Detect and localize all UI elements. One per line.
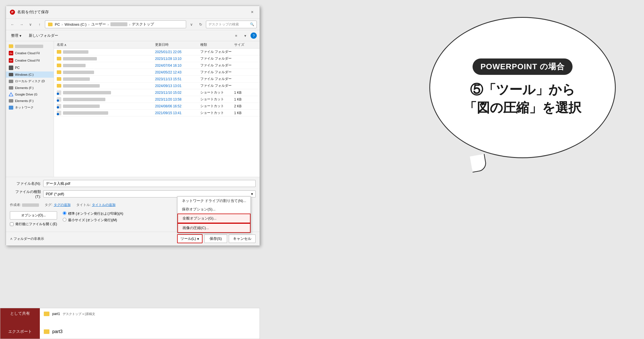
options-button[interactable]: オプション(O)... [10,211,57,220]
file-name-cell [57,50,155,54]
path-pc: PC [55,22,60,27]
post-open-label: 発行後にファイルを開く(E) [15,222,57,227]
file-date: 2023/11/10 15:02 [155,91,200,95]
col-size[interactable]: サイズ [234,42,257,47]
address-bar: ← → ∨ ↑ PC › Windows (C:) › ユーザー › › デスク… [6,19,260,30]
sidebar-item-gdrive[interactable]: Google Drive (G [6,91,54,98]
sidebar-network-label: ネットワーク [15,105,34,110]
tag-add-link[interactable]: タグの追加 [54,203,71,207]
table-row[interactable]: 2024/08/06 16:52 ショートカット 2 KB [54,103,260,110]
filename-row: ファイル名(N): [10,180,256,187]
table-row[interactable]: 2025/01/21 22:05 ファイル フォルダー [54,49,260,55]
dropdown-item-compress-images[interactable]: 画像の圧縮(C)... [177,223,251,233]
view-toggle-button[interactable]: ≡ [232,32,240,39]
sidebar-item-elements-f1[interactable]: Elements (F:) [6,85,54,91]
address-path[interactable]: PC › Windows (C:) › ユーザー › › デスクトップ [45,20,186,28]
filetype-dropdown-icon: ▾ [251,192,253,196]
sort-icon: ∧ [64,43,67,47]
dropdown-item-save-options[interactable]: 保存オプション(S)... [177,205,251,214]
dropdown-item-network-drive[interactable]: ネットワーク ドライブの割り当て(N)... [177,197,251,205]
path-folder: デスクトップ [132,22,154,27]
cc-icon-2: Cc [9,58,13,63]
partial-part1-row: part1 デスクトップ » [原稿文 [44,310,256,317]
file-date: 2024/05/22 12:43 [155,70,200,74]
table-row[interactable]: 2023/11/13 15:51 ファイル フォルダー [54,76,260,82]
table-row[interactable]: 2023/11/10 15:02 ショートカット 1 KB [54,89,260,96]
folder-toggle[interactable]: ∧ フォルダーの非表示 [10,236,44,241]
file-name-cell [57,77,155,81]
sidebar-item-network[interactable]: ネットワーク [6,104,54,111]
file-folder-icon [57,77,61,81]
tools-dropdown-arrow: ▾ [197,237,199,241]
save-button[interactable]: 保存(S) [204,234,227,243]
post-open-checkbox[interactable]: 発行後にファイルを開く(E) [10,222,57,227]
shortcut-icon [57,111,61,115]
tools-button[interactable]: ツール(L) ▾ [177,234,203,243]
file-date: 2025/01/21 22:05 [155,50,200,54]
view-dropdown-button[interactable]: ▾ [242,32,249,39]
col-date[interactable]: 更新日時 [155,42,200,47]
search-icon[interactable]: 🔍 [250,22,254,26]
radio-standard-label: 標準 (オンライン発行および印刷)(A) [68,211,123,216]
file-date: 2021/09/15 13:41 [155,111,200,115]
partial-export-row: エクスポート part3 [0,325,260,339]
sidebar-item-windows-c[interactable]: Windows (C:) [6,71,54,78]
refresh-button[interactable]: ↻ [197,21,204,28]
organize-dropdown-icon: ▾ [19,34,21,38]
sidebar-item-pc[interactable]: PC [6,64,54,71]
table-row[interactable]: 2021/09/15 13:41 ショートカット 1 KB [54,110,260,116]
table-row[interactable]: 2023/11/20 13:58 ショートカット 1 KB [54,96,260,103]
col-type[interactable]: 種類 [200,42,234,47]
file-date: 2023/11/28 13:10 [155,57,200,61]
up-button[interactable]: ↑ [36,21,43,28]
part3-label: part3 [52,329,62,334]
sidebar-top-label [15,45,43,48]
file-folder-icon [57,57,61,60]
sidebar-local-d-label: ローカル ディスク (D [15,79,45,83]
author-label: 作成者: [10,203,21,207]
file-name-blur [63,105,100,108]
forward-button[interactable]: → [18,21,25,28]
dropdown-button[interactable]: ∨ [27,21,34,28]
close-button[interactable]: × [249,9,256,16]
sidebar-item-elements-f2[interactable]: Elements (F:) [6,98,54,104]
table-row[interactable]: 2023/11/28 13:10 ファイル フォルダー [54,55,260,62]
file-name-cell [57,90,155,95]
bubble-text-line1: ⑤「ツール」から 「図の圧縮」を選択 [464,81,581,117]
title-bar-left: P 名前を付けて保存 [10,10,49,15]
search-placeholder: デスクトップの検索 [208,22,239,27]
radio-standard-input[interactable] [63,211,66,215]
sidebar-item-top-folder[interactable] [6,43,54,49]
file-type: ショートカット [200,110,234,115]
back-button[interactable]: ← [9,21,16,28]
sidebar-item-cc2[interactable]: Cc Creative Cloud Fil [6,57,54,64]
sidebar-item-local-d[interactable]: ローカル ディスク (D [6,78,54,85]
file-name-cell [57,70,155,74]
table-row[interactable]: 2024/07/04 16:10 ファイル フォルダー [54,62,260,69]
radio-minimum[interactable]: 最小サイズ (オンライン発行)(M) [63,218,123,223]
new-folder-button[interactable]: 新しいフォルダー [27,32,60,39]
title-add-link[interactable]: タイトルの追加 [92,203,116,207]
help-button[interactable]: ? [251,32,257,39]
table-row[interactable]: 2024/05/22 12:43 ファイル フォルダー [54,69,260,76]
bubble-body: POWERPOINT の場合 ⑤「ツール」から 「図の圧縮」を選択 [429,17,616,158]
file-name-blur [63,98,105,101]
export-sidebar-item[interactable]: エクスポート [0,325,40,339]
search-box[interactable]: デスクトップの検索 🔍 [206,21,257,28]
sidebar-cc2-label: Creative Cloud Fil [15,59,40,62]
radio-minimum-input[interactable] [63,218,66,221]
drive-icon-c [9,73,13,76]
table-row[interactable]: 2024/09/13 13:01 ファイル フォルダー [54,82,260,89]
radio-standard[interactable]: 標準 (オンライン発行および印刷)(A) [63,211,123,216]
dropdown-item-general-options[interactable]: 全般オプション(G)... [177,214,251,223]
file-folder-icon [57,50,61,54]
col-name[interactable]: 名前 ∧ [57,42,155,47]
dropdown-path-btn[interactable]: ∨ [188,21,195,28]
file-type: ショートカット [200,97,234,102]
organize-button[interactable]: 整理 ▾ [9,32,24,39]
app-icon: P [10,10,15,15]
post-open-check[interactable] [10,222,14,226]
cancel-button[interactable]: キャンセル [229,234,256,243]
filename-input[interactable] [43,180,256,187]
sidebar-item-cc1[interactable]: Cc Creative Cloud Fil [6,49,54,57]
